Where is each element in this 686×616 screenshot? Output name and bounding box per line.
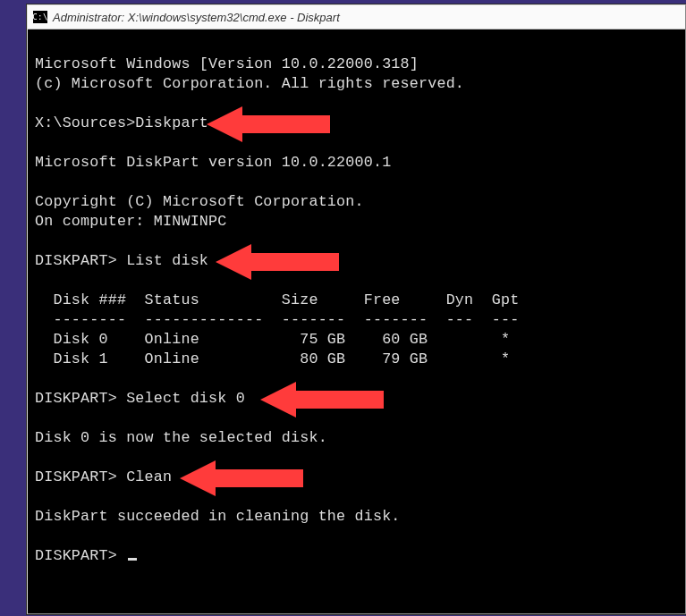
arrow-annotation-icon — [260, 379, 385, 420]
prompt-line-selectdisk: DISKPART> Select disk 0 — [35, 390, 245, 407]
prompt-line-current: DISKPART> — [35, 547, 137, 564]
table-row: Disk 1 Online 80 GB 79 GB * — [35, 350, 510, 367]
table-divider: -------- ------------- ------- ------- -… — [35, 311, 519, 328]
titlebar[interactable]: C:\ Administrator: X:\windows\system32\c… — [28, 5, 685, 30]
prompt-line-listdisk: DISKPART> List disk — [35, 252, 208, 269]
svg-marker-0 — [207, 106, 330, 142]
arrow-annotation-icon — [180, 458, 305, 499]
cursor — [128, 558, 137, 561]
cmd-icon: C:\ — [33, 11, 47, 23]
svg-marker-1 — [216, 244, 339, 280]
svg-marker-2 — [260, 382, 384, 418]
prompt-line-diskpart: X:\Sources>Diskpart — [35, 114, 208, 131]
table-row: Disk 0 Online 75 GB 60 GB * — [35, 331, 510, 348]
output-line: (c) Microsoft Corporation. All rights re… — [35, 75, 464, 92]
arrow-annotation-icon — [216, 241, 341, 283]
output-line: On computer: MINWINPC — [35, 213, 227, 230]
window-title: Administrator: X:\windows\system32\cmd.e… — [53, 11, 340, 24]
output-line: DiskPart succeeded in cleaning the disk. — [35, 508, 401, 525]
svg-marker-3 — [180, 460, 303, 496]
output-line: Disk 0 is now the selected disk. — [35, 429, 327, 446]
prompt-line-clean: DISKPART> Clean — [35, 468, 172, 485]
table-header: Disk ### Status Size Free Dyn Gpt — [35, 291, 519, 308]
cmd-window: C:\ Administrator: X:\windows\system32\c… — [27, 4, 686, 614]
output-line: Copyright (C) Microsoft Corporation. — [35, 193, 364, 210]
output-line: Microsoft DiskPart version 10.0.22000.1 — [35, 154, 391, 171]
arrow-annotation-icon — [207, 104, 332, 145]
output-line: Microsoft Windows [Version 10.0.22000.31… — [35, 55, 419, 72]
terminal-body[interactable]: Microsoft Windows [Version 10.0.22000.31… — [28, 30, 685, 616]
